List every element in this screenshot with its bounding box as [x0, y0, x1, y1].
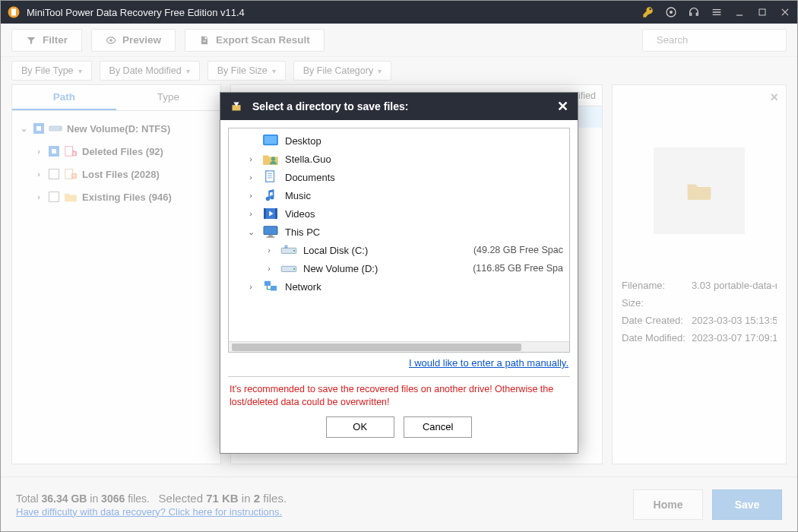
meta-filename-label: Filename: [622, 280, 692, 291]
chevron-down-icon: ▾ [272, 67, 276, 75]
expand-icon[interactable]: › [245, 154, 256, 163]
free-space: (116.85 GB Free Spa [473, 263, 563, 274]
svg-rect-22 [268, 236, 272, 237]
file-tree: ⌄ New Volume(D: NTFS) › Deleted Files (9… [12, 111, 220, 464]
expand-icon[interactable]: › [245, 173, 256, 182]
app-icon [7, 5, 21, 19]
expand-icon[interactable]: › [264, 245, 274, 255]
expand-icon[interactable]: › [245, 191, 256, 200]
key-icon[interactable] [642, 6, 654, 18]
dir-new-d[interactable]: › New Volume (D:) (116.85 GB Free Spa [229, 259, 569, 277]
disc-icon[interactable] [665, 6, 677, 18]
checkbox[interactable] [49, 192, 59, 202]
maximize-icon[interactable] [756, 6, 768, 18]
close-details-icon[interactable]: × [770, 90, 778, 106]
filter-by-category[interactable]: By File Category▾ [293, 61, 391, 81]
svg-rect-8 [65, 147, 73, 156]
scrollbar-thumb[interactable] [232, 344, 521, 351]
tab-type[interactable]: Type [116, 85, 220, 110]
titlebar: MiniTool Power Data Recovery Free Editio… [1, 1, 797, 24]
svg-rect-31 [271, 286, 277, 290]
minimize-icon[interactable] [733, 6, 746, 18]
expand-icon[interactable]: › [33, 147, 44, 156]
dir-user[interactable]: › Stella.Guo [229, 150, 569, 168]
preview-thumbnail [654, 147, 745, 234]
pc-icon [262, 225, 279, 239]
dialog-buttons: OK Cancel [228, 412, 570, 445]
meta-filename-value: 3.03 portable-data-re [692, 280, 777, 291]
expand-icon[interactable]: › [33, 192, 44, 201]
filter-by-size[interactable]: By File Size▾ [207, 61, 286, 81]
chevron-down-icon: ▾ [186, 67, 190, 75]
collapse-icon[interactable]: ⌄ [245, 227, 256, 237]
dialog-titlebar: Select a directory to save files: ✕ [220, 93, 578, 120]
checkbox[interactable] [33, 123, 44, 134]
help-link[interactable]: Have difficulty with data recovery? Clic… [16, 506, 624, 518]
dir-network[interactable]: › Network [229, 277, 569, 296]
dir-thispc[interactable]: ⌄ This PC [229, 223, 569, 241]
svg-rect-21 [264, 226, 277, 235]
tree-deleted-label: Deleted Files (92) [82, 146, 163, 157]
dialog-ok-button[interactable]: OK [326, 416, 394, 438]
warning-text: It's recommended to save the recovered f… [228, 377, 570, 412]
checkbox[interactable] [49, 146, 59, 157]
folder-icon [64, 191, 78, 203]
meta-modified-value: 2023-03-07 17:09:19 [692, 332, 777, 344]
svg-rect-20 [275, 208, 277, 219]
search-input[interactable] [642, 29, 787, 52]
tree-existing[interactable]: › Existing Files (946) [15, 185, 217, 208]
chevron-down-icon: ▾ [78, 67, 82, 75]
search-field[interactable] [655, 33, 786, 46]
scrollbar-horizontal[interactable] [229, 341, 569, 352]
user-folder-icon [262, 152, 279, 166]
expand-icon[interactable]: › [245, 282, 256, 291]
tree-root-label: New Volume(D: NTFS) [67, 123, 170, 135]
dialog-close-icon[interactable]: ✕ [555, 98, 570, 115]
filter-button[interactable]: Filter [11, 29, 82, 52]
dir-videos[interactable]: › Videos [229, 204, 569, 223]
dir-local-c[interactable]: › Local Disk (C:) (49.28 GB Free Spac [229, 241, 569, 259]
meta-size-label: Size: [622, 297, 692, 309]
svg-rect-3 [759, 9, 765, 15]
close-icon[interactable] [779, 6, 791, 18]
tree-deleted[interactable]: › Deleted Files (92) [15, 140, 217, 163]
meta-created-label: Date Created: [622, 315, 692, 326]
left-panel: Path Type ⌄ New Volume(D: NTFS) › Delete… [11, 84, 221, 464]
preview-button-label: Preview [122, 34, 161, 46]
dir-documents[interactable]: › Documents [229, 168, 569, 186]
meta-modified-label: Date Modified: [622, 332, 692, 344]
manual-path-link[interactable]: I would like to enter a path manually. [228, 353, 570, 377]
svg-text:?: ? [73, 173, 76, 179]
dir-music[interactable]: › Music [229, 186, 569, 204]
filter-by-date[interactable]: By Date Modified▾ [100, 61, 200, 81]
details-panel: × Filename: 3.03 portable-data-re Size: … [612, 84, 787, 464]
status-summary: Total 36.34 GB in 3066 files. Selected 7… [16, 492, 624, 505]
expand-icon[interactable]: › [33, 169, 44, 179]
svg-point-29 [293, 268, 295, 270]
tree-lost[interactable]: › ? Lost Files (2028) [15, 163, 217, 185]
tab-path[interactable]: Path [12, 85, 116, 110]
headphones-icon[interactable] [688, 6, 700, 18]
drive-icon [280, 261, 297, 275]
left-tabs: Path Type [12, 85, 220, 111]
collapse-icon[interactable]: ⌄ [18, 124, 29, 134]
home-button[interactable]: Home [633, 489, 703, 520]
export-button[interactable]: Export Scan Result [185, 29, 325, 52]
menu-icon[interactable] [711, 6, 723, 18]
music-icon [262, 188, 279, 202]
dialog-cancel-button[interactable]: Cancel [404, 416, 472, 438]
expand-icon[interactable]: › [245, 209, 256, 218]
directory-tree[interactable]: Desktop › Stella.Guo › Documents › Music… [228, 128, 570, 353]
expand-icon[interactable]: › [264, 264, 274, 273]
tree-root[interactable]: ⌄ New Volume(D: NTFS) [15, 117, 217, 140]
save-button[interactable]: Save [712, 489, 782, 520]
dir-desktop[interactable]: Desktop [229, 131, 569, 150]
filter-by-type[interactable]: By File Type▾ [11, 61, 92, 81]
drive-icon [280, 243, 297, 257]
status-area: Total 36.34 GB in 3066 files. Selected 7… [16, 492, 624, 518]
checkbox[interactable] [49, 169, 59, 179]
desktop-icon [262, 134, 279, 147]
preview-button[interactable]: Preview [91, 29, 176, 52]
svg-rect-19 [264, 208, 266, 219]
dialog-body: Desktop › Stella.Guo › Documents › Music… [220, 120, 578, 453]
